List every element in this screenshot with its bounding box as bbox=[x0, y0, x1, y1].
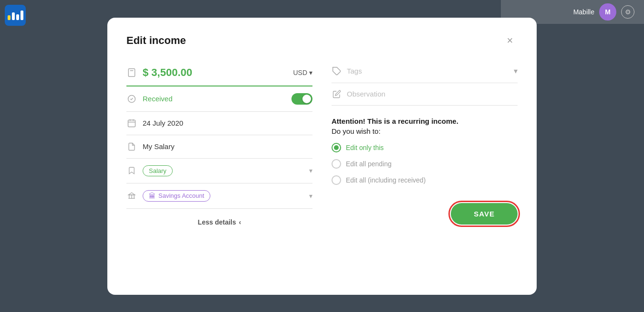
category-chevron-icon: ▾ bbox=[309, 167, 312, 174]
save-button[interactable]: SAVE bbox=[451, 203, 518, 225]
pencil-icon bbox=[332, 90, 342, 98]
recurring-attention-text: Attention! This is a recurring income. bbox=[332, 117, 518, 125]
account-chip-bank-icon: 🏛 bbox=[149, 192, 156, 200]
category-row: Salary ▾ bbox=[126, 159, 312, 183]
left-column: USD ▾ Received bbox=[126, 60, 312, 280]
calculator-icon bbox=[126, 68, 137, 77]
radio-edit-all-including[interactable]: Edit all (including received) bbox=[332, 175, 518, 185]
recurring-section: Attention! This is a recurring income. D… bbox=[332, 117, 518, 192]
modal-body: USD ▾ Received bbox=[126, 60, 518, 280]
radio-edit-only-this[interactable]: Edit only this bbox=[332, 143, 518, 152]
amount-row: USD ▾ bbox=[126, 60, 312, 86]
radio-circle-edit-all-including bbox=[332, 175, 341, 185]
tag-icon bbox=[332, 66, 342, 76]
account-row: 🏛 Savings Account ▾ bbox=[126, 183, 312, 209]
less-details-arrow-icon: ‹ bbox=[239, 218, 241, 226]
description-value[interactable]: My Salary bbox=[143, 142, 312, 151]
radio-label-edit-all-including: Edit all (including received) bbox=[346, 176, 426, 184]
currency-selector[interactable]: USD ▾ bbox=[293, 69, 312, 76]
tags-chevron-icon: ▾ bbox=[514, 66, 518, 75]
account-chip[interactable]: 🏛 Savings Account bbox=[143, 190, 210, 202]
received-label: Received bbox=[143, 95, 286, 103]
bookmark-icon bbox=[126, 166, 137, 175]
radio-label-edit-only-this: Edit only this bbox=[346, 144, 384, 151]
received-toggle[interactable] bbox=[291, 93, 312, 105]
close-button[interactable]: × bbox=[502, 33, 518, 48]
document-icon bbox=[126, 142, 137, 151]
received-row: Received bbox=[126, 86, 312, 112]
account-chevron-icon: ▾ bbox=[309, 192, 312, 200]
currency-label: USD bbox=[293, 69, 307, 76]
radio-edit-all-pending[interactable]: Edit all pending bbox=[332, 159, 518, 169]
svg-rect-9 bbox=[128, 120, 135, 127]
account-chip-label: Savings Account bbox=[158, 192, 204, 199]
checkmark-icon bbox=[126, 94, 137, 104]
tags-row: Tags ▾ bbox=[332, 60, 518, 83]
description-row: My Salary bbox=[126, 135, 312, 159]
radio-circle-edit-only-this bbox=[332, 143, 341, 152]
bank-icon bbox=[126, 192, 137, 200]
calendar-icon bbox=[126, 118, 137, 128]
currency-chevron-icon: ▾ bbox=[309, 69, 312, 76]
right-column: Tags ▾ Observation Attention! This is a … bbox=[332, 60, 518, 280]
radio-label-edit-all-pending: Edit all pending bbox=[346, 160, 392, 168]
modal-header: Edit income × bbox=[126, 33, 518, 48]
date-value[interactable]: 24 July 2020 bbox=[143, 119, 312, 127]
modal-footer: SAVE bbox=[332, 203, 518, 225]
edit-income-modal: Edit income × USD ▾ bbox=[107, 18, 537, 295]
svg-rect-0 bbox=[128, 68, 135, 76]
modal-backdrop: Edit income × USD ▾ bbox=[0, 0, 644, 312]
category-chip[interactable]: Salary bbox=[143, 165, 173, 176]
recurring-do-you-wish: Do you wish to: bbox=[332, 127, 518, 135]
less-details-button[interactable]: Less details ‹ bbox=[126, 218, 312, 226]
date-row: 24 July 2020 bbox=[126, 112, 312, 135]
amount-input[interactable] bbox=[143, 66, 287, 79]
tags-placeholder[interactable]: Tags bbox=[347, 67, 509, 75]
radio-circle-edit-all-pending bbox=[332, 159, 341, 169]
observation-input[interactable]: Observation bbox=[347, 90, 518, 98]
modal-title: Edit income bbox=[126, 34, 186, 47]
less-details-label: Less details bbox=[198, 218, 236, 226]
observation-row: Observation bbox=[332, 83, 518, 106]
